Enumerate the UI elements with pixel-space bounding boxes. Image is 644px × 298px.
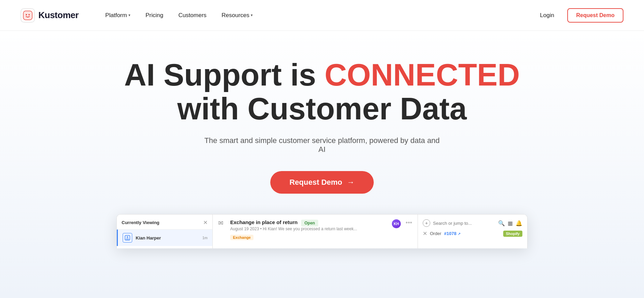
login-button[interactable]: Login (534, 9, 560, 22)
contact-name: Kian Harper (136, 235, 199, 241)
contact-list-item[interactable]: Kian Harper 1m (117, 230, 212, 246)
navbar: Kustomer Platform ▾ Pricing Customers Re… (0, 0, 644, 31)
brand-name: Kustomer (38, 10, 78, 21)
plus-icon[interactable]: + (423, 219, 430, 227)
external-link-icon: ↗ (458, 232, 460, 236)
svg-point-2 (26, 14, 27, 15)
arrow-icon: → (347, 178, 355, 187)
exchange-tag: Exchange (230, 235, 253, 240)
conversation-title: Exchange in place of return (230, 219, 298, 225)
app-middle-panel: ✉ Exchange in place of return Open Augus… (213, 215, 418, 248)
close-order-icon[interactable]: ✕ (423, 230, 427, 237)
nav-customers[interactable]: Customers (172, 9, 213, 22)
hero-title: AI Support is CONNECTED with Customer Da… (124, 58, 520, 126)
app-left-header: Currently Viewing ✕ (117, 219, 212, 230)
contact-time: 1m (202, 236, 208, 240)
status-badge: Open (301, 220, 319, 226)
conversation-meta: August 19 2023 • Hi Kian! We see you pro… (230, 226, 388, 231)
nav-platform[interactable]: Platform ▾ (99, 9, 136, 22)
platform-chevron-icon: ▾ (128, 13, 131, 17)
search-icon[interactable]: 🔍 (498, 220, 505, 226)
logo-icon (21, 8, 35, 23)
app-left-panel: Currently Viewing ✕ Kian Harper 1m (117, 215, 213, 248)
grid-icon[interactable]: ▦ (508, 220, 513, 226)
close-icon[interactable]: ✕ (203, 219, 208, 226)
order-label: Order (430, 231, 441, 236)
svg-point-3 (28, 14, 30, 15)
currently-viewing-label: Currently Viewing (122, 220, 159, 225)
mail-icon: ✉ (218, 219, 223, 227)
shopify-badge: Shopify (503, 231, 522, 237)
svg-rect-0 (24, 11, 32, 20)
nav-pricing[interactable]: Pricing (139, 9, 170, 22)
hero-section: AI Support is CONNECTED with Customer Da… (0, 31, 644, 298)
svg-point-5 (127, 236, 128, 238)
app-preview: Currently Viewing ✕ Kian Harper 1m ✉ (116, 214, 528, 248)
order-row: ✕ Order #1078 ↗ Shopify (423, 230, 522, 237)
contact-icon (123, 233, 132, 243)
order-number-link[interactable]: #1078 ↗ (444, 231, 460, 236)
app-right-panel: + 🔍 ▦ 🔔 ✕ Order #1078 ↗ Shopify (418, 215, 527, 248)
more-icon[interactable]: ••• (406, 219, 412, 226)
app-right-header: + 🔍 ▦ 🔔 (423, 219, 522, 227)
search-input[interactable] (433, 221, 495, 226)
nav-links: Platform ▾ Pricing Customers Resources ▾ (99, 9, 534, 22)
hero-cta-button[interactable]: Request Demo → (270, 171, 374, 194)
hero-subtitle: The smart and simple customer service pl… (202, 136, 442, 154)
request-demo-nav-button[interactable]: Request Demo (567, 8, 623, 23)
resources-chevron-icon: ▾ (251, 13, 253, 17)
bell-icon[interactable]: 🔔 (516, 220, 522, 226)
logo-link[interactable]: Kustomer (21, 8, 78, 23)
nav-right: Login Request Demo (534, 8, 623, 23)
nav-resources[interactable]: Resources ▾ (215, 9, 259, 22)
avatar: KH (392, 219, 401, 228)
